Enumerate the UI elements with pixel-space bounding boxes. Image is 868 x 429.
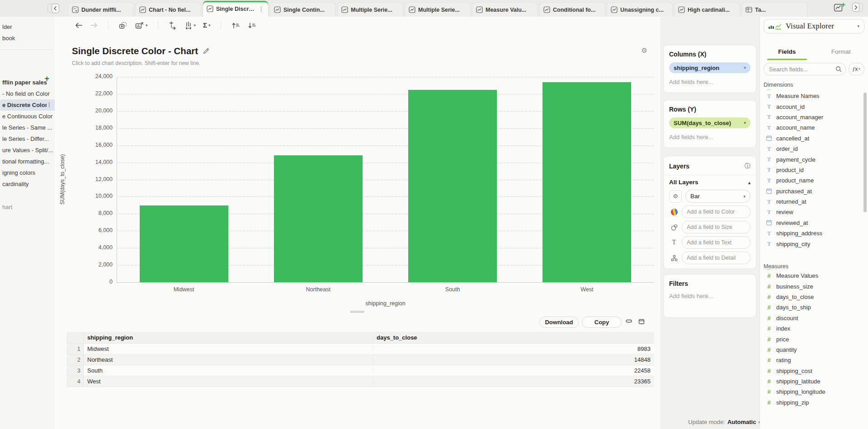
tab-single-contin[interactable]: Single Contin... (270, 2, 336, 17)
bar-width-button[interactable] (184, 21, 196, 30)
field-review[interactable]: Treview (760, 207, 862, 217)
sidebar-item-chart[interactable]: hart (0, 201, 55, 213)
sort-descending-button[interactable] (247, 22, 256, 29)
field-measure-values[interactable]: ⌒#Measure Values (760, 270, 862, 281)
copy-button[interactable]: Copy (582, 317, 622, 328)
rows-y-dropzone[interactable]: Add fields here... (669, 134, 750, 140)
text-field-slot[interactable]: Add a field to Text (682, 236, 750, 249)
field-rating[interactable]: #rating (760, 355, 862, 365)
sidebar-item-tional-formatting[interactable]: tional formatting... (0, 156, 55, 167)
field-returned-at[interactable]: Treturned_at (760, 196, 862, 207)
field-index[interactable]: #index (760, 323, 862, 334)
sidebar-item-le-series-differ[interactable]: le Series - Differ... (0, 133, 55, 145)
field-shipping-longitude[interactable]: #shipping_longitude (760, 387, 862, 397)
tab-multiple-serie[interactable]: Multiple Serie... (405, 2, 471, 17)
undo-button[interactable] (75, 22, 83, 29)
sidebar-item-le-series-same[interactable]: le Series - Same ... (0, 122, 55, 133)
sidebar-item-igning-colors[interactable]: igning colors (0, 167, 55, 178)
field-shipping-city[interactable]: Tshipping_city (760, 238, 862, 249)
app-switcher[interactable]: Visual Explorer (764, 19, 864, 33)
field-reviewed-at[interactable]: reviewed_at (760, 218, 862, 228)
item-menu-icon[interactable] (47, 99, 55, 111)
field-shipping-zip[interactable]: #shipping_zip (760, 397, 862, 408)
bar-south[interactable] (408, 90, 497, 282)
field-price[interactable]: #price (760, 334, 862, 344)
redo-button[interactable] (90, 22, 98, 29)
bar-west[interactable] (542, 82, 631, 282)
sidebar-item-ure-values-split[interactable]: ure Values - Split/... (0, 145, 55, 156)
field-shipping-cost[interactable]: #shipping_cost (760, 366, 862, 376)
clear-fields-button[interactable] (135, 21, 148, 30)
field-account-manager[interactable]: Taccount_manager (760, 112, 862, 122)
tab-dunder-miffli[interactable]: Dunder miffli... (68, 2, 134, 17)
download-button[interactable]: Download (539, 317, 579, 328)
field-payment-cycle[interactable]: Tpayment_cycle (760, 154, 862, 164)
field-account-id[interactable]: Taccount_id (760, 101, 862, 112)
sidebar-item-book[interactable]: book (0, 33, 55, 44)
sort-ascending-button[interactable] (231, 22, 240, 29)
sidebar-item-lder[interactable]: lder (0, 21, 55, 33)
field-cancelled-at[interactable]: cancelled_at (760, 133, 862, 144)
tab-single-discret[interactable]: Single Discret... (203, 0, 269, 17)
detail-field-slot[interactable]: Add a field to Detail (682, 252, 750, 264)
color-field-slot[interactable]: Add a field to Color (682, 205, 750, 218)
tab-conditional-fo[interactable]: Conditional fo... (539, 2, 605, 17)
field-order-id[interactable]: Torder_id (760, 144, 862, 154)
update-mode-control[interactable]: Update mode: Automatic (688, 419, 760, 425)
field-account-name[interactable]: Taccount_name (760, 122, 862, 133)
table-row[interactable]: 1Midwest8983 (66, 344, 654, 354)
add-chart-sidebar-button[interactable] (44, 75, 49, 83)
tab-chart-no-fiel[interactable]: Chart - No fiel... (135, 2, 201, 17)
columns-x-field-pill[interactable]: shipping_region (669, 62, 750, 73)
info-icon[interactable] (745, 162, 750, 170)
maximize-results-button[interactable] (638, 319, 645, 324)
fields-scrollbar[interactable] (863, 93, 867, 212)
bar-midwest[interactable] (140, 205, 228, 282)
table-row[interactable]: 2Northeast14848 (66, 354, 654, 365)
field-measure-names[interactable]: ⌒TMeasure Names (760, 91, 862, 101)
field-shipping-latitude[interactable]: #shipping_latitude (760, 376, 862, 387)
filters-dropzone[interactable]: Add fields here... (669, 293, 750, 299)
mark-type-select[interactable]: Bar (685, 190, 750, 203)
field-product-id[interactable]: Tproduct_id (760, 165, 862, 175)
add-formula-button[interactable]: ƒx+ (849, 63, 864, 75)
chart-description-placeholder[interactable]: Click to add chart description. Shift-en… (72, 60, 200, 66)
edit-title-pencil-icon[interactable] (203, 47, 210, 55)
chart-settings-gear-icon[interactable] (642, 47, 647, 55)
tab-high-cardinali[interactable]: High cardinali... (674, 2, 740, 17)
swap-axes-button[interactable] (168, 21, 177, 30)
minimize-results-button[interactable] (626, 319, 632, 323)
sidebar-item-no-field-on-color[interactable]: - No field on Color (0, 88, 55, 99)
duplicate-chart-button[interactable] (118, 21, 127, 30)
tab-format[interactable]: Format (814, 45, 868, 60)
panel-resize-handle[interactable] (350, 311, 364, 313)
layer-settings-gear-icon[interactable] (669, 190, 682, 203)
field-shipping-address[interactable]: Tshipping_address (760, 228, 862, 238)
tab-ta[interactable]: Ta... (741, 2, 807, 17)
search-input[interactable] (764, 63, 845, 75)
field-days-to-ship[interactable]: #days_to_ship (760, 302, 862, 312)
tab-multiple-serie[interactable]: Multiple Serie... (337, 2, 403, 17)
sidebar-item-e-continuous-color[interactable]: e Continuous Color (0, 111, 55, 122)
tab-menu-icon[interactable] (258, 5, 264, 12)
field-purchased-at[interactable]: purchased_at (760, 186, 862, 196)
table-row[interactable]: 4West23365 (66, 376, 654, 387)
sidebar-item-e-discrete-color[interactable]: e Discrete Color -... (0, 99, 55, 111)
bar-northeast[interactable] (274, 155, 363, 282)
all-layers-toggle[interactable]: All Layers (669, 179, 750, 186)
columns-x-dropzone[interactable]: Add fields here... (669, 79, 750, 85)
aggregate-button[interactable] (203, 21, 211, 29)
field-product-name[interactable]: Tproduct_name (760, 175, 862, 186)
rows-y-field-pill[interactable]: SUM(days_to_close) (669, 117, 750, 128)
new-chart-button[interactable] (834, 2, 845, 12)
collapse-sidebar-button[interactable] (47, 3, 60, 14)
tab-unassigning-c[interactable]: Unassigning c... (607, 2, 673, 17)
field-days-to-close[interactable]: #days_to_close (760, 292, 862, 302)
size-field-slot[interactable]: Add a field to Size (682, 221, 750, 233)
field-business-size[interactable]: #business_size (760, 281, 862, 291)
field-discount[interactable]: #discount (760, 313, 862, 323)
tab-fields[interactable]: Fields (760, 45, 814, 60)
field-quantity[interactable]: #quantity (760, 345, 862, 355)
expand-panel-button[interactable] (852, 2, 863, 12)
table-row[interactable]: 3South22458 (66, 365, 654, 376)
